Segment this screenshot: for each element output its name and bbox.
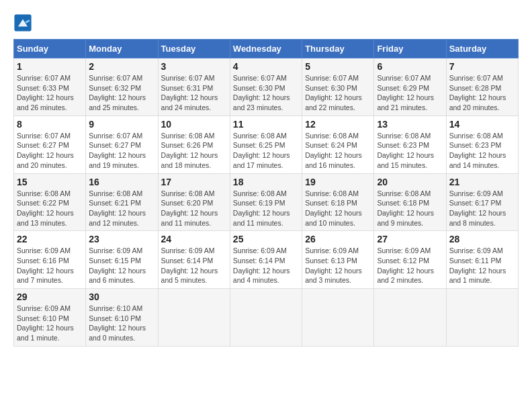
day-info: Sunrise: 6:08 AM Sunset: 6:20 PM Dayligh…: [161, 189, 227, 228]
day-info: Sunrise: 6:09 AM Sunset: 6:14 PM Dayligh…: [161, 246, 227, 285]
day-number: 5: [305, 61, 371, 72]
calendar-cell: [158, 289, 230, 347]
day-info: Sunrise: 6:07 AM Sunset: 6:30 PM Dayligh…: [233, 73, 299, 113]
day-number: 7: [449, 61, 515, 72]
calendar-table: SundayMondayTuesdayWednesdayThursdayFrid…: [13, 39, 519, 347]
day-number: 6: [377, 61, 443, 72]
header-tuesday: Tuesday: [158, 40, 230, 58]
day-number: 11: [233, 119, 299, 130]
logo: [13, 13, 34, 32]
day-number: 27: [377, 234, 443, 244]
day-info: Sunrise: 6:07 AM Sunset: 6:29 PM Dayligh…: [377, 73, 443, 113]
header-thursday: Thursday: [302, 40, 374, 58]
calendar-cell: 1Sunrise: 6:07 AM Sunset: 6:33 PM Daylig…: [14, 58, 86, 116]
calendar-cell: 11Sunrise: 6:08 AM Sunset: 6:25 PM Dayli…: [230, 116, 302, 173]
calendar-cell: 28Sunrise: 6:09 AM Sunset: 6:11 PM Dayli…: [446, 231, 518, 289]
day-info: Sunrise: 6:08 AM Sunset: 6:22 PM Dayligh…: [17, 189, 83, 228]
day-info: Sunrise: 6:08 AM Sunset: 6:21 PM Dayligh…: [89, 189, 154, 228]
day-number: 25: [233, 234, 299, 244]
day-info: Sunrise: 6:08 AM Sunset: 6:23 PM Dayligh…: [377, 131, 443, 171]
day-info: Sunrise: 6:07 AM Sunset: 6:27 PM Dayligh…: [89, 131, 154, 171]
day-info: Sunrise: 6:07 AM Sunset: 6:30 PM Dayligh…: [305, 73, 371, 113]
day-number: 2: [89, 61, 154, 72]
header-saturday: Saturday: [446, 40, 518, 58]
day-info: Sunrise: 6:07 AM Sunset: 6:33 PM Dayligh…: [17, 73, 83, 113]
day-info: Sunrise: 6:07 AM Sunset: 6:31 PM Dayligh…: [161, 73, 227, 113]
day-number: 10: [161, 119, 227, 130]
header-monday: Monday: [86, 40, 158, 58]
page-header: [13, 13, 519, 32]
day-number: 16: [89, 177, 154, 187]
calendar-cell: 30Sunrise: 6:10 AM Sunset: 6:10 PM Dayli…: [86, 289, 158, 347]
day-number: 15: [17, 177, 83, 187]
day-number: 20: [377, 177, 443, 187]
day-number: 29: [17, 291, 83, 302]
day-number: 30: [89, 291, 154, 302]
logo-icon: [13, 13, 32, 32]
day-info: Sunrise: 6:07 AM Sunset: 6:32 PM Dayligh…: [89, 73, 154, 113]
calendar-cell: 25Sunrise: 6:09 AM Sunset: 6:14 PM Dayli…: [230, 231, 302, 289]
day-number: 3: [161, 61, 227, 72]
day-number: 14: [449, 119, 515, 130]
day-number: 4: [233, 61, 299, 72]
calendar-week-row: 29Sunrise: 6:09 AM Sunset: 6:10 PM Dayli…: [14, 289, 519, 347]
calendar-cell: 26Sunrise: 6:09 AM Sunset: 6:13 PM Dayli…: [302, 231, 374, 289]
day-info: Sunrise: 6:08 AM Sunset: 6:18 PM Dayligh…: [305, 189, 371, 228]
calendar-cell: 16Sunrise: 6:08 AM Sunset: 6:21 PM Dayli…: [86, 173, 158, 231]
calendar-cell: 14Sunrise: 6:08 AM Sunset: 6:23 PM Dayli…: [446, 116, 518, 173]
day-number: 28: [449, 234, 515, 244]
calendar-cell: 10Sunrise: 6:08 AM Sunset: 6:26 PM Dayli…: [158, 116, 230, 173]
calendar-cell: 20Sunrise: 6:08 AM Sunset: 6:18 PM Dayli…: [374, 173, 446, 231]
calendar-cell: 4Sunrise: 6:07 AM Sunset: 6:30 PM Daylig…: [230, 58, 302, 116]
day-info: Sunrise: 6:07 AM Sunset: 6:27 PM Dayligh…: [17, 131, 83, 171]
calendar-cell: 18Sunrise: 6:08 AM Sunset: 6:19 PM Dayli…: [230, 173, 302, 231]
calendar-cell: 3Sunrise: 6:07 AM Sunset: 6:31 PM Daylig…: [158, 58, 230, 116]
calendar-cell: 13Sunrise: 6:08 AM Sunset: 6:23 PM Dayli…: [374, 116, 446, 173]
day-number: 13: [377, 119, 443, 130]
day-info: Sunrise: 6:08 AM Sunset: 6:24 PM Dayligh…: [305, 131, 371, 171]
day-info: Sunrise: 6:09 AM Sunset: 6:10 PM Dayligh…: [17, 304, 83, 343]
calendar-cell: 7Sunrise: 6:07 AM Sunset: 6:28 PM Daylig…: [446, 58, 518, 116]
day-number: 18: [233, 177, 299, 187]
day-info: Sunrise: 6:09 AM Sunset: 6:17 PM Dayligh…: [449, 189, 515, 228]
calendar-cell: 15Sunrise: 6:08 AM Sunset: 6:22 PM Dayli…: [14, 173, 86, 231]
calendar-cell: 21Sunrise: 6:09 AM Sunset: 6:17 PM Dayli…: [446, 173, 518, 231]
calendar-cell: 9Sunrise: 6:07 AM Sunset: 6:27 PM Daylig…: [86, 116, 158, 173]
calendar-cell: 23Sunrise: 6:09 AM Sunset: 6:15 PM Dayli…: [86, 231, 158, 289]
day-number: 24: [161, 234, 227, 244]
day-number: 26: [305, 234, 371, 244]
day-info: Sunrise: 6:09 AM Sunset: 6:14 PM Dayligh…: [233, 246, 299, 285]
calendar-cell: 6Sunrise: 6:07 AM Sunset: 6:29 PM Daylig…: [374, 58, 446, 116]
calendar-cell: 5Sunrise: 6:07 AM Sunset: 6:30 PM Daylig…: [302, 58, 374, 116]
calendar-cell: [230, 289, 302, 347]
day-info: Sunrise: 6:08 AM Sunset: 6:19 PM Dayligh…: [233, 189, 299, 228]
calendar-cell: 8Sunrise: 6:07 AM Sunset: 6:27 PM Daylig…: [14, 116, 86, 173]
day-number: 19: [305, 177, 371, 187]
header-sunday: Sunday: [14, 40, 86, 58]
day-info: Sunrise: 6:08 AM Sunset: 6:26 PM Dayligh…: [161, 131, 227, 171]
day-info: Sunrise: 6:07 AM Sunset: 6:28 PM Dayligh…: [449, 73, 515, 113]
calendar-cell: [374, 289, 446, 347]
day-number: 23: [89, 234, 154, 244]
day-info: Sunrise: 6:08 AM Sunset: 6:25 PM Dayligh…: [233, 131, 299, 171]
calendar-cell: 29Sunrise: 6:09 AM Sunset: 6:10 PM Dayli…: [14, 289, 86, 347]
header-wednesday: Wednesday: [230, 40, 302, 58]
day-number: 8: [17, 119, 83, 130]
day-number: 12: [305, 119, 371, 130]
calendar-week-row: 8Sunrise: 6:07 AM Sunset: 6:27 PM Daylig…: [14, 116, 519, 173]
day-number: 22: [17, 234, 83, 244]
calendar-cell: 12Sunrise: 6:08 AM Sunset: 6:24 PM Dayli…: [302, 116, 374, 173]
day-info: Sunrise: 6:09 AM Sunset: 6:16 PM Dayligh…: [17, 246, 83, 285]
calendar-cell: 19Sunrise: 6:08 AM Sunset: 6:18 PM Dayli…: [302, 173, 374, 231]
calendar-cell: 17Sunrise: 6:08 AM Sunset: 6:20 PM Dayli…: [158, 173, 230, 231]
calendar-cell: [446, 289, 518, 347]
day-number: 21: [449, 177, 515, 187]
calendar-week-row: 1Sunrise: 6:07 AM Sunset: 6:33 PM Daylig…: [14, 58, 519, 116]
day-info: Sunrise: 6:08 AM Sunset: 6:23 PM Dayligh…: [449, 131, 515, 171]
day-info: Sunrise: 6:09 AM Sunset: 6:13 PM Dayligh…: [305, 246, 371, 285]
day-number: 9: [89, 119, 154, 130]
calendar-cell: 22Sunrise: 6:09 AM Sunset: 6:16 PM Dayli…: [14, 231, 86, 289]
calendar-cell: 24Sunrise: 6:09 AM Sunset: 6:14 PM Dayli…: [158, 231, 230, 289]
day-info: Sunrise: 6:09 AM Sunset: 6:15 PM Dayligh…: [89, 246, 154, 285]
calendar-cell: 2Sunrise: 6:07 AM Sunset: 6:32 PM Daylig…: [86, 58, 158, 116]
